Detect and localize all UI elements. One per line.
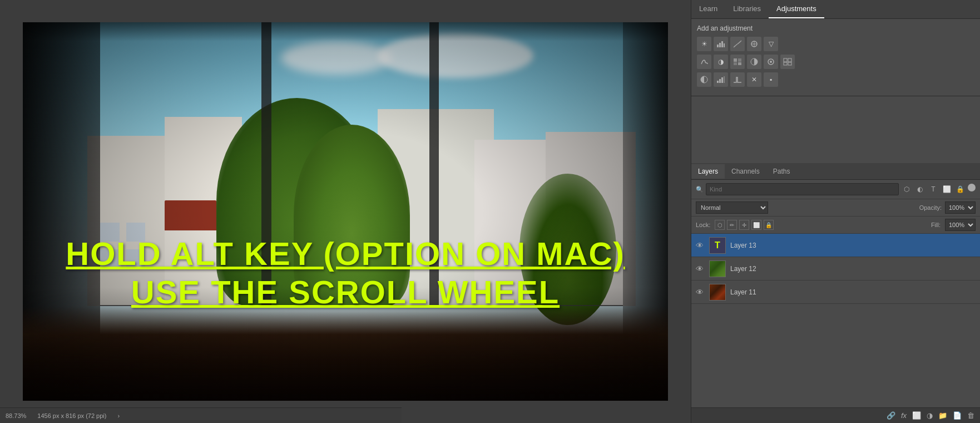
tab-channels[interactable]: Channels: [725, 164, 766, 179]
adjustments-section: Add an adjustment ☀ ▽ ◑: [691, 19, 980, 96]
photo-background: [23, 22, 668, 401]
image-dimensions: 1456 px x 816 px (72 ppi): [37, 412, 106, 419]
instruction-line2: USE THE SCROLL WHEEL: [55, 273, 636, 312]
levels-icon[interactable]: [714, 37, 728, 51]
create-layer-icon[interactable]: 📄: [953, 411, 962, 420]
instruction-line1: HOLD ALT KEY (OPTION ON MAC): [55, 234, 636, 273]
blend-opacity-row: Normal Opacity: 100%: [691, 199, 980, 217]
filter-smart-icon[interactable]: 🔒: [954, 184, 966, 195]
fx-label[interactable]: fx: [901, 411, 907, 420]
adj-icons-row3: ✕ ▪: [697, 72, 974, 87]
selective-color-icon[interactable]: ✕: [747, 72, 761, 87]
svg-rect-20: [721, 77, 723, 83]
lock-all-icon[interactable]: 🔒: [764, 220, 774, 230]
layer-11-thumbnail: [709, 284, 726, 301]
tab-learn[interactable]: Learn: [691, 0, 725, 18]
svg-rect-0: [717, 45, 719, 47]
tab-libraries[interactable]: Libraries: [725, 0, 769, 18]
curves-icon[interactable]: [730, 37, 745, 51]
svg-rect-3: [724, 43, 725, 47]
vibrance-icon[interactable]: [697, 55, 711, 69]
fill-label: Fill:: [931, 222, 941, 228]
lock-position-icon[interactable]: ✛: [739, 220, 749, 230]
opacity-label: Opacity:: [919, 204, 942, 211]
filter-circle-icon[interactable]: [968, 184, 976, 191]
link-icon[interactable]: 🔗: [887, 411, 895, 420]
invert-icon[interactable]: [697, 72, 711, 87]
hue-saturation-icon[interactable]: ◑: [714, 55, 728, 69]
lock-fill-row: Lock: ⬡ ✏ ✛ ⬜ 🔒 Fill: 100%: [691, 217, 980, 234]
top-panel-tabs: Learn Libraries Adjustments: [691, 0, 980, 19]
exposure-icon[interactable]: [747, 37, 761, 51]
tab-layers[interactable]: Layers: [691, 164, 725, 179]
channel-mixer-icon[interactable]: [780, 55, 795, 69]
svg-rect-16: [788, 62, 791, 65]
svg-rect-6: [734, 58, 737, 62]
lock-label: Lock:: [696, 222, 710, 228]
black-white-icon[interactable]: [747, 55, 761, 69]
instruction-overlay: HOLD ALT KEY (OPTION ON MAC) USE THE SCR…: [55, 234, 636, 312]
opacity-select[interactable]: 100%: [945, 201, 976, 214]
filter-adjustment-icon[interactable]: ◐: [914, 184, 925, 195]
posterize-icon[interactable]: [714, 72, 728, 87]
layer-13-name: Layer 13: [730, 242, 756, 249]
adj-icons-row1: ☀ ▽: [697, 37, 974, 51]
layers-tabs: Layers Channels Paths: [691, 163, 980, 180]
svg-rect-1: [719, 43, 721, 47]
filter-type-icon[interactable]: T: [928, 184, 939, 195]
gradient-map-icon[interactable]: ▽: [764, 37, 778, 51]
panel-divider: [691, 96, 980, 163]
app-container: HOLD ALT KEY (OPTION ON MAC) USE THE SCR…: [0, 0, 980, 423]
layer-11-visibility-icon[interactable]: 👁: [696, 288, 705, 297]
layers-search-bar: 🔍 ⬡ ◐ T ⬜ 🔒: [691, 180, 980, 199]
layer-13-thumbnail: T: [709, 237, 726, 254]
layer-item-11[interactable]: 👁 Layer 11: [691, 281, 980, 304]
svg-rect-8: [734, 62, 737, 65]
lock-artboards-icon[interactable]: ⬜: [751, 220, 761, 230]
create-group-icon[interactable]: 📁: [938, 411, 947, 420]
status-bar: 88.73% 1456 px x 816 px (72 ppi) ›: [0, 407, 402, 423]
layer-item-12[interactable]: 👁 Layer 12: [691, 257, 980, 281]
threshold-icon[interactable]: [730, 72, 745, 87]
create-fill-icon[interactable]: ◑: [927, 411, 933, 420]
brightness-contrast-icon[interactable]: ☀: [697, 37, 711, 51]
svg-rect-13: [784, 58, 787, 62]
right-panel: Learn Libraries Adjustments Add an adjus…: [691, 0, 980, 423]
add-mask-icon[interactable]: ⬜: [912, 411, 921, 420]
svg-point-12: [770, 61, 772, 63]
tab-paths[interactable]: Paths: [766, 164, 797, 179]
svg-rect-18: [717, 81, 719, 83]
color-balance-icon[interactable]: [730, 55, 745, 69]
status-chevron[interactable]: ›: [117, 412, 120, 419]
fill-select[interactable]: 100%: [945, 219, 976, 231]
search-icon: 🔍: [696, 186, 704, 193]
layer-13-visibility-icon[interactable]: 👁: [696, 241, 705, 250]
filter-shape-icon[interactable]: ⬜: [941, 184, 952, 195]
adjustments-title: Add an adjustment: [697, 24, 974, 32]
layers-list: 👁 T Layer 13 👁 Layer 12 👁 Layer 11: [691, 234, 980, 407]
canvas-area: HOLD ALT KEY (OPTION ON MAC) USE THE SCR…: [0, 0, 691, 423]
layers-filter-icons: ⬡ ◐ T ⬜ 🔒: [901, 184, 976, 195]
zoom-level: 88.73%: [6, 412, 26, 419]
lock-transparent-icon[interactable]: ⬡: [715, 220, 725, 230]
right-panel-status-bar: 🔗 fx ⬜ ◑ 📁 📄 🗑: [691, 407, 980, 423]
photo-filter-icon[interactable]: [764, 55, 778, 69]
filter-pixel-icon[interactable]: ⬡: [901, 184, 912, 195]
lock-pixels-icon[interactable]: ✏: [727, 220, 737, 230]
canvas-wrapper: HOLD ALT KEY (OPTION ON MAC) USE THE SCR…: [23, 22, 668, 401]
canvas-image: HOLD ALT KEY (OPTION ON MAC) USE THE SCR…: [23, 22, 668, 401]
svg-rect-14: [788, 58, 791, 62]
delete-layer-icon[interactable]: 🗑: [967, 411, 974, 420]
tab-adjustments[interactable]: Adjustments: [769, 0, 824, 18]
svg-rect-7: [738, 58, 741, 62]
solid-color-icon[interactable]: ▪: [764, 72, 778, 87]
layer-12-name: Layer 12: [730, 265, 756, 273]
svg-rect-21: [724, 76, 725, 83]
svg-rect-2: [721, 41, 723, 47]
status-right-icons: 🔗 fx ⬜ ◑ 📁 📄 🗑: [887, 411, 974, 420]
layer-item-13[interactable]: 👁 T Layer 13: [691, 234, 980, 257]
layers-kind-search[interactable]: [706, 183, 899, 195]
layer-12-thumbnail: [709, 260, 726, 277]
layer-12-visibility-icon[interactable]: 👁: [696, 264, 705, 273]
blend-mode-select[interactable]: Normal: [696, 201, 768, 214]
